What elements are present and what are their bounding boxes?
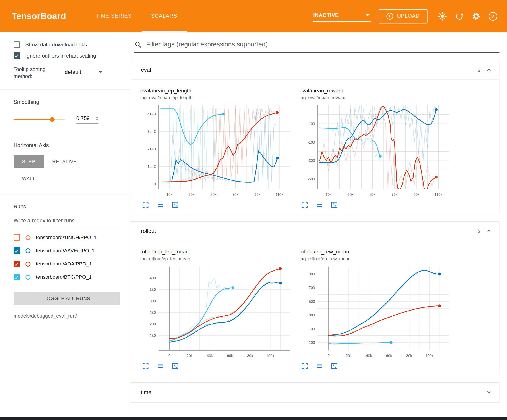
slider-thumb[interactable]: [50, 117, 55, 122]
fit-domain-icon[interactable]: [331, 362, 338, 370]
smoothing-value: 0.759: [76, 115, 90, 121]
svg-text:-300: -300: [308, 158, 315, 163]
status-dropdown[interactable]: INACTIVE: [313, 10, 371, 22]
run-color-swatch: [25, 262, 30, 267]
ignore-outliers-row[interactable]: Ignore outliers in chart scaling: [14, 52, 121, 59]
chart-toolbar: [140, 201, 295, 209]
line-chart-plot[interactable]: 020k40k60k80k100k150200250300350400: [140, 264, 294, 361]
help-icon[interactable]: ?: [487, 10, 499, 22]
data-table-icon[interactable]: [156, 201, 164, 209]
settings-icon[interactable]: [470, 10, 482, 22]
chart-title: rollout/ep_rew_mean: [299, 249, 454, 255]
svg-text:70k: 70k: [391, 193, 398, 197]
divider: [0, 133, 131, 133]
fit-domain-icon[interactable]: [171, 362, 179, 370]
card-eval-header[interactable]: eval 2: [131, 60, 499, 80]
tab-scalars[interactable]: SCALARS: [141, 0, 187, 32]
ignore-outliers-checkbox[interactable]: [14, 52, 20, 59]
line-chart-plot[interactable]: 020k40k60k80k100k-100100300500700900: [299, 264, 452, 361]
run-row-aave[interactable]: tensorboard/AAVE/PPO_1: [14, 244, 121, 257]
run-checkbox[interactable]: [14, 248, 20, 254]
run-checkbox[interactable]: [14, 274, 20, 281]
card-rollout: rollout 2 rollout/ep_len_mean tag: rollo…: [131, 221, 500, 375]
expand-chart-icon[interactable]: [301, 201, 308, 209]
svg-text:2e+3: 2e+3: [148, 147, 156, 151]
svg-text:10k: 10k: [325, 193, 332, 197]
smoothing-row: 0.759: [14, 115, 121, 124]
status-dropdown-value: INACTIVE: [313, 12, 339, 18]
tooltip-sorting-label: Tooltip sorting method:: [14, 66, 64, 80]
run-color-swatch: [25, 275, 30, 280]
viewport-bottom-edge: [0, 417, 507, 420]
run-checkbox[interactable]: [14, 234, 20, 241]
run-row-ada[interactable]: tensorboard/ADA/PPO_1: [14, 257, 121, 271]
axis-wall-button[interactable]: WALL: [14, 172, 44, 185]
expand-chart-icon[interactable]: [142, 201, 149, 209]
fit-domain-icon[interactable]: [171, 201, 179, 209]
collapse-icon[interactable]: [485, 66, 493, 74]
card-eval-body: eval/mean_ep_length tag: eval/mean_ep_le…: [131, 80, 499, 214]
expand-icon[interactable]: [485, 389, 493, 396]
tooltip-sorting-value: default: [65, 69, 81, 76]
card-time: time: [131, 382, 500, 403]
tab-time-series[interactable]: TIME SERIES: [86, 0, 141, 32]
runs-filter-input[interactable]: [14, 217, 118, 227]
expand-chart-icon[interactable]: [301, 362, 308, 370]
show-download-links-label: Show data download links: [25, 41, 87, 48]
svg-text:150: 150: [150, 334, 156, 338]
svg-text:30k: 30k: [188, 193, 195, 197]
chart-toolbar: [140, 362, 295, 370]
chart-title: eval/mean_reward: [299, 88, 454, 94]
card-time-header[interactable]: time: [131, 383, 499, 402]
stepper-icon[interactable]: [96, 116, 98, 120]
svg-text:40k: 40k: [207, 354, 213, 358]
upload-button[interactable]: i UPLOAD: [379, 9, 428, 23]
toggle-all-runs-button[interactable]: TOGGLE ALL RUNS: [14, 291, 120, 305]
chart-rollout-ep-rew-mean: rollout/ep_rew_mean tag: rollout/ep_rew_…: [299, 249, 454, 370]
refresh-icon[interactable]: [453, 10, 465, 22]
data-table-icon[interactable]: [156, 362, 164, 370]
card-count: 2: [478, 68, 480, 73]
svg-text:0: 0: [154, 182, 156, 186]
app-body: Show data download links Ignore outliers…: [0, 32, 507, 420]
show-download-links-row[interactable]: Show data download links: [14, 41, 121, 48]
svg-text:110k: 110k: [435, 193, 443, 197]
line-chart-plot[interactable]: 10k30k50k70k90k110k100-100-300-500: [299, 103, 452, 200]
card-rollout-header[interactable]: rollout 2: [131, 222, 499, 241]
line-chart-plot[interactable]: 10k30k50k70k90k110k01e+32e+33e+34e+3: [140, 103, 294, 200]
run-row-1inch[interactable]: tensorboard/1INCH/PPO_1: [14, 231, 121, 244]
brightness-icon[interactable]: [437, 10, 448, 22]
chart-rollout-ep-len-mean: rollout/ep_len_mean tag: rollout/ep_len_…: [140, 249, 295, 370]
svg-text:110k: 110k: [275, 193, 283, 197]
svg-text:80k: 80k: [406, 354, 412, 358]
smoothing-value-input[interactable]: 0.759: [76, 115, 98, 124]
fit-domain-icon[interactable]: [331, 201, 338, 209]
axis-relative-button[interactable]: RELATIVE: [44, 155, 85, 168]
card-rollout-body: rollout/ep_len_mean tag: rollout/ep_len_…: [131, 241, 499, 375]
svg-text:60k: 60k: [227, 354, 233, 358]
run-row-btc[interactable]: tensorboard/BTC/PPO_1: [14, 271, 121, 284]
smoothing-slider[interactable]: [14, 117, 65, 122]
chart-title: rollout/ep_len_mean: [140, 249, 295, 255]
expand-chart-icon[interactable]: [142, 362, 149, 370]
info-icon: i: [386, 13, 393, 20]
data-table-icon[interactable]: [316, 362, 323, 370]
svg-text:20k: 20k: [187, 354, 193, 358]
data-table-icon[interactable]: [316, 201, 323, 209]
run-label: tensorboard/1INCH/PPO_1: [36, 235, 97, 241]
tooltip-sorting-row: Tooltip sorting method: default: [14, 66, 121, 80]
svg-text:0: 0: [169, 354, 170, 358]
run-checkbox[interactable]: [14, 261, 20, 267]
tooltip-sorting-select[interactable]: default: [64, 67, 103, 78]
chart-eval-mean-ep-length: eval/mean_ep_length tag: eval/mean_ep_le…: [140, 88, 295, 209]
chart-tag: tag: eval/mean_reward: [299, 95, 454, 100]
axis-step-button[interactable]: STEP: [14, 155, 44, 168]
svg-text:20k: 20k: [346, 354, 352, 358]
svg-text:4e+3: 4e+3: [148, 112, 156, 116]
svg-text:200: 200: [150, 322, 156, 326]
tag-filter-input[interactable]: [146, 41, 499, 48]
collapse-icon[interactable]: [485, 227, 493, 235]
chart-tag: tag: rollout/ep_rew_mean: [299, 256, 454, 261]
show-download-links-checkbox[interactable]: [14, 41, 20, 48]
run-list: tensorboard/1INCH/PPO_1 tensorboard/AAVE…: [14, 231, 121, 284]
